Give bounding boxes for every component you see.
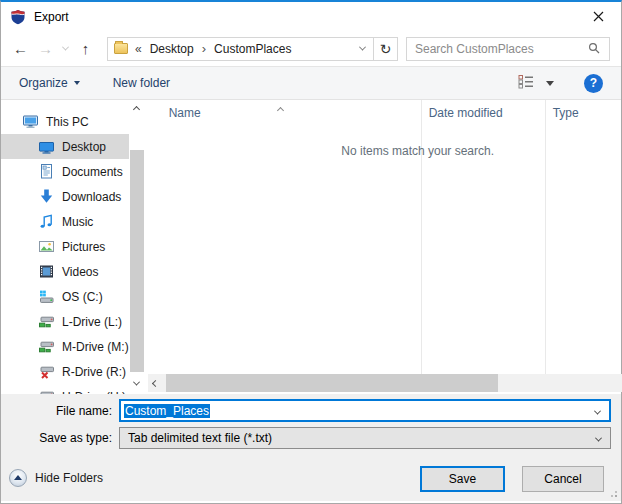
sidebar-item-music[interactable]: Music <box>1 209 129 234</box>
file-name-value: Custom_Places <box>124 404 210 418</box>
details-view-icon[interactable] <box>518 74 534 92</box>
sidebar-item-documents[interactable]: Documents <box>1 159 129 184</box>
up-button[interactable]: ↑ <box>73 36 98 62</box>
triangle-up-icon <box>14 475 22 480</box>
sidebar-item-this-pc[interactable]: This PC <box>1 109 129 134</box>
file-name-input[interactable]: Custom_Places <box>119 399 611 422</box>
organize-button[interactable]: Organize <box>19 76 80 90</box>
sidebar-item-label: This PC <box>46 115 89 129</box>
resize-grip[interactable] <box>609 489 617 497</box>
scroll-left-button[interactable] <box>148 374 164 392</box>
breadcrumb-separator-icon[interactable]: › <box>202 41 206 56</box>
scroll-up-button[interactable] <box>129 100 145 118</box>
save-as-type-label: Save as type: <box>1 431 119 445</box>
sidebar-item-l-drive-l[interactable]: L-Drive (L:) <box>1 309 129 334</box>
scroll-down-button[interactable] <box>129 374 145 392</box>
sidebar-item-label: Music <box>62 215 93 229</box>
sidebar-item-label: M-Drive (M:) <box>62 340 129 354</box>
sidebar-item-label: Pictures <box>62 240 105 254</box>
sidebar-item-videos[interactable]: Videos <box>1 259 129 284</box>
address-bar[interactable]: « Desktop › CustomPlaces ↻ <box>107 37 398 61</box>
sidebar-item-pictures[interactable]: Pictures <box>1 234 129 259</box>
chevron-up-icon <box>277 107 284 114</box>
column-divider[interactable] <box>421 100 422 374</box>
close-button[interactable] <box>576 2 621 31</box>
toolbar-right-group: ? <box>518 74 603 93</box>
scrollbar-thumb[interactable] <box>166 374 498 392</box>
save-as-type-row: Save as type: Tab delimited text file (*… <box>1 427 621 449</box>
column-divider[interactable] <box>545 100 546 374</box>
hide-folders-button[interactable]: Hide Folders <box>9 469 103 487</box>
save-button[interactable]: Save <box>420 466 505 492</box>
folder-icon <box>114 43 128 54</box>
breadcrumb-overflow[interactable]: « <box>135 42 142 56</box>
help-button[interactable]: ? <box>584 74 603 93</box>
chevron-down-icon <box>62 44 69 51</box>
pictures-icon <box>38 238 55 255</box>
sidebar-item-label: OS (C:) <box>62 290 103 304</box>
chevron-down-icon <box>74 81 80 85</box>
empty-message: No items match your search. <box>145 144 622 158</box>
desktop-icon <box>38 138 55 155</box>
chevron-down-icon <box>358 44 365 51</box>
column-header-label: Type <box>553 106 579 120</box>
sidebar-item-label: Desktop <box>62 140 106 154</box>
refresh-button[interactable]: ↻ <box>373 37 397 61</box>
sidebar-item-m-drive-m[interactable]: M-Drive (M:) <box>1 334 129 359</box>
computer-icon <box>22 113 39 130</box>
file-list-pane: NameDate modifiedType No items match you… <box>145 100 622 394</box>
horizontal-scrollbar[interactable] <box>148 374 622 392</box>
navigation-bar: ← → ↑ « Desktop › CustomPlaces ↻ Search … <box>1 31 621 67</box>
sidebar-item-r-drive-r[interactable]: R-Drive (R:) <box>1 359 129 384</box>
chevron-up-icon <box>133 105 140 112</box>
sidebar-item-label: Downloads <box>62 190 121 204</box>
list-header: NameDate modifiedType <box>145 100 622 126</box>
back-button[interactable]: ← <box>8 36 33 62</box>
videos-icon <box>38 263 55 280</box>
new-folder-label: New folder <box>113 76 170 90</box>
new-folder-button[interactable]: New folder <box>113 76 170 90</box>
address-dropdown-button[interactable] <box>351 46 373 51</box>
search-icon <box>588 42 601 55</box>
column-header-label: Name <box>169 106 201 120</box>
dialog-footer: File name: Custom_Places Save as type: T… <box>1 394 621 501</box>
breadcrumb-customplaces[interactable]: CustomPlaces <box>214 42 291 56</box>
titlebar: Export <box>1 2 621 31</box>
sidebar-item-downloads[interactable]: Downloads <box>1 184 129 209</box>
save-as-type-dropdown-button[interactable] <box>596 431 601 445</box>
chevron-down-icon <box>595 435 602 442</box>
command-toolbar: Organize New folder ? <box>1 67 621 100</box>
sidebar-scrollbar[interactable] <box>129 100 145 394</box>
file-name-label: File name: <box>1 404 119 418</box>
network-drive-icon <box>38 313 55 330</box>
sidebar-item-label: Videos <box>62 265 98 279</box>
app-shield-icon <box>10 9 26 25</box>
sidebar-item-label: R-Drive (R:) <box>62 365 126 379</box>
chevron-down-icon <box>594 407 601 414</box>
sidebar-item-label: Documents <box>62 165 123 179</box>
hide-folders-label: Hide Folders <box>35 471 103 485</box>
column-header-type[interactable]: Type <box>545 100 622 126</box>
collapse-circle-icon <box>9 469 27 487</box>
export-dialog: Export ← → ↑ « Desktop › CustomPlaces ↻ … <box>0 0 622 504</box>
sort-ascending-icon[interactable] <box>278 102 283 116</box>
file-name-dropdown-button[interactable] <box>595 404 600 418</box>
music-icon <box>38 213 55 230</box>
file-name-row: File name: Custom_Places <box>1 399 621 422</box>
cancel-button[interactable]: Cancel <box>522 466 604 492</box>
scrollbar-thumb[interactable] <box>130 150 144 372</box>
navigation-pane: This PCDesktopDocumentsDownloadsMusicPic… <box>1 100 145 394</box>
organize-label: Organize <box>19 76 68 90</box>
downloads-icon <box>38 188 55 205</box>
sidebar-item-desktop[interactable]: Desktop <box>1 134 129 159</box>
search-input[interactable]: Search CustomPlaces <box>406 37 610 61</box>
views-dropdown-button[interactable] <box>546 81 554 86</box>
sidebar-item-os-c[interactable]: OS (C:) <box>1 284 129 309</box>
forward-button[interactable]: → <box>33 36 58 62</box>
column-header-date-modified[interactable]: Date modified <box>421 100 545 126</box>
breadcrumb-desktop[interactable]: Desktop <box>150 42 194 56</box>
save-as-type-value: Tab delimited text file (*.txt) <box>128 431 272 445</box>
column-header-name[interactable]: Name <box>145 100 421 126</box>
save-as-type-select[interactable]: Tab delimited text file (*.txt) <box>119 427 611 449</box>
recent-locations-button[interactable] <box>58 36 73 62</box>
